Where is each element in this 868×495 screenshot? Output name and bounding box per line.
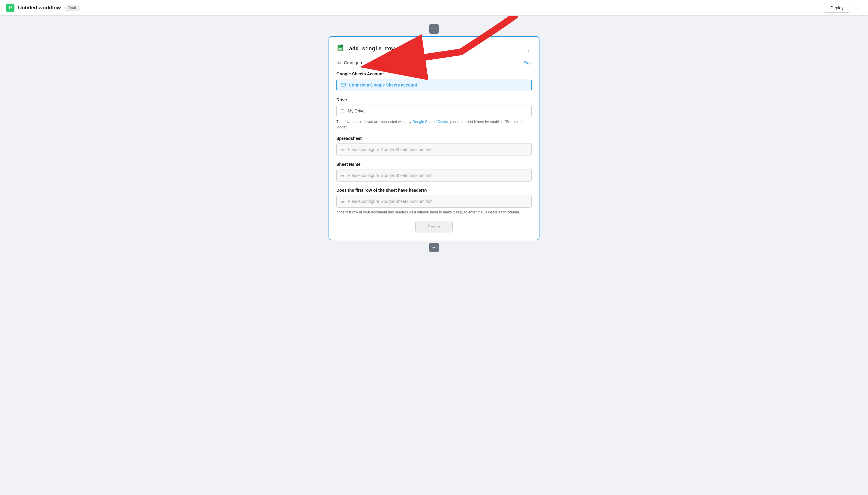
spreadsheet-field-input[interactable]: ☰ Please configure Google Sheets Account…: [336, 143, 532, 156]
add-node-top-button[interactable]: +: [429, 24, 439, 34]
topbar-left: P Untitled workflow Draft: [6, 4, 80, 12]
workflow-title: Untitled workflow: [18, 5, 61, 11]
drive-icon: ☰: [341, 108, 345, 113]
add-node-bottom-button[interactable]: +: [429, 243, 439, 252]
sheet-name-field-input[interactable]: ☰ Please configure Google Sheets Account…: [336, 169, 532, 182]
node-header: add_single_row ⋮: [336, 44, 532, 54]
topbar: P Untitled workflow Draft Deploy ⋯: [0, 0, 868, 16]
sheet-name-field-label: Sheet Name: [336, 162, 532, 167]
drive-field-label: Drive: [336, 97, 532, 102]
sheet-name-field-group: Sheet Name ☰ Please configure Google She…: [336, 162, 532, 182]
more-icon[interactable]: ⋯: [853, 3, 862, 13]
headers-field-label: Does the first row of the sheet have hea…: [336, 188, 532, 193]
connect-icon: [341, 82, 346, 88]
sheet-name-icon: ☰: [341, 173, 345, 178]
connect-account-text: Connect a Google Sheets account: [349, 83, 417, 87]
spreadsheet-field-label: Spreadsheet: [336, 136, 532, 141]
headers-field-group: Does the first row of the sheet have hea…: [336, 188, 532, 215]
configure-label: Configure: [344, 60, 363, 65]
configure-chevron-icon: ≪: [336, 60, 342, 65]
test-button-label: Test: [428, 224, 435, 229]
test-chevron-icon: ∨: [438, 225, 440, 229]
node-menu-icon[interactable]: ⋮: [526, 45, 532, 52]
drive-field-group: Drive ☰ My Drive The drive to use. If yo…: [336, 97, 532, 130]
drive-field-input[interactable]: ☰ My Drive: [336, 105, 532, 117]
drive-value: My Drive: [348, 108, 364, 113]
svg-rect-2: [341, 45, 343, 47]
spreadsheet-field-group: Spreadsheet ☰ Please configure Google Sh…: [336, 136, 532, 156]
node-header-left: add_single_row: [336, 44, 395, 54]
headers-placeholder: Please configure Google Sheets Account f…: [348, 199, 433, 204]
spreadsheet-icon: ☰: [341, 147, 345, 152]
configure-row: ≪ Configure Skip: [336, 60, 532, 65]
configure-left: ≪ Configure: [336, 60, 363, 65]
headers-icon: ☰: [341, 199, 345, 204]
test-row: Test ∨: [336, 221, 532, 233]
drive-hint: The drive to use. If you are connected w…: [336, 119, 532, 130]
svg-rect-5: [338, 50, 341, 51]
account-field-group: Google Sheets Account Connect a Google S…: [336, 71, 532, 91]
headers-field-input[interactable]: ☰ Please configure Google Sheets Account…: [336, 195, 532, 208]
svg-rect-4: [338, 49, 342, 50]
sheets-icon: [336, 44, 346, 54]
test-button[interactable]: Test ∨: [415, 221, 453, 233]
headers-hint: If the first row of your document has he…: [336, 209, 532, 215]
deploy-button[interactable]: Deploy: [824, 3, 850, 13]
svg-rect-7: [341, 83, 345, 86]
connect-account-button[interactable]: Connect a Google Sheets account: [336, 79, 532, 91]
node-title: add_single_row: [349, 46, 395, 52]
canvas: +: [0, 16, 868, 495]
shared-drives-link[interactable]: Google Shared Drives: [412, 120, 448, 124]
account-field-label: Google Sheets Account: [336, 71, 532, 76]
spreadsheet-placeholder: Please configure Google Sheets Account f…: [348, 147, 433, 152]
topbar-right: Deploy ⋯: [824, 3, 862, 13]
node-card: add_single_row ⋮ ≪ Configure Skip Google…: [329, 36, 539, 240]
pipedream-logo: P: [6, 4, 15, 12]
skip-link[interactable]: Skip: [523, 60, 532, 65]
svg-rect-3: [338, 48, 342, 49]
sheet-name-placeholder: Please configure Google Sheets Account f…: [348, 173, 433, 178]
draft-badge: Draft: [65, 5, 80, 11]
